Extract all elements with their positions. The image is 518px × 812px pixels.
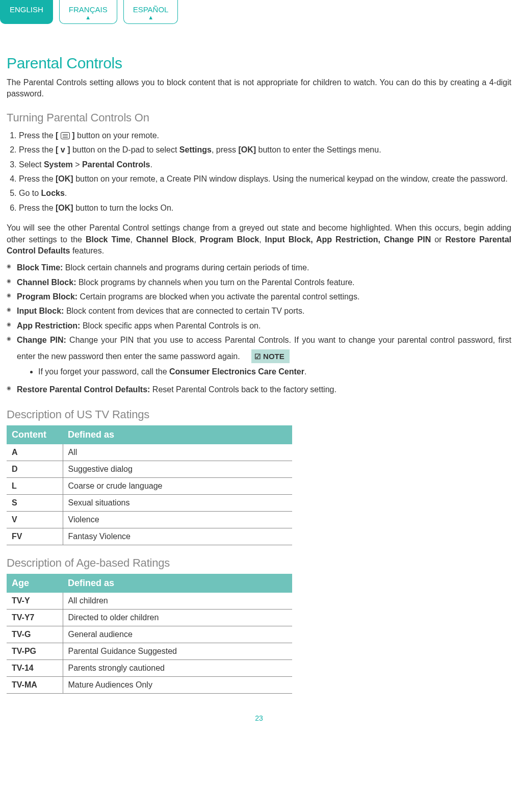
step-5: Go to Locks. [19,186,511,200]
note-box: ☑NOTE [251,349,290,364]
note-check-icon: ☑ [254,352,261,361]
tab-label: ENGLISH [10,5,43,14]
page-number: 23 [7,714,511,722]
table-row: TV-MAMature Audiences Only [7,677,292,694]
table-row: FVFantasy Violence [7,528,292,545]
feature-restore-defaults: Restore Parental Control Defaults: Reset… [7,383,511,397]
table-row: VViolence [7,512,292,528]
page-content: Parental Controls The Parental Controls … [0,24,518,743]
th-age: Age [7,574,63,593]
table-row: AAll [7,444,292,461]
feature-program-block: Program Block: Certain programs are bloc… [7,290,511,304]
page-title: Parental Controls [7,55,511,72]
step-1: Press the [ ] button on your remote. [19,129,511,143]
table-row: SSexual situations [7,495,292,512]
feature-channel-block: Channel Block: Block programs by channel… [7,275,511,290]
table-row: DSuggestive dialog [7,461,292,478]
table-row: TV-YAll children [7,593,292,610]
table-row: TV-PGParental Guidance Suggested [7,643,292,660]
feature-input-block: Input Block: Block content from devices … [7,304,511,318]
note-list: If you forget your password, call the Co… [17,365,511,378]
age-ratings-table: Age Defined as TV-YAll children TV-Y7Dir… [7,574,292,694]
language-tabs: ENGLISH ▲ FRANÇAIS ▲ ESPAÑOL ▲ [0,0,518,24]
feature-app-restriction: App Restriction: Block specific apps whe… [7,319,511,333]
dropdown-arrow-icon: ▲ [69,15,108,20]
table-row: TV-Y7Directed to older children [7,610,292,626]
tab-label: FRANÇAIS [69,5,108,14]
menu-button-icon [61,132,70,139]
dropdown-arrow-icon: ▲ [133,15,169,20]
table-row: LCoarse or crude language [7,478,292,495]
tab-francais[interactable]: FRANÇAIS ▲ [59,0,117,24]
feature-block-time: Block Time: Block certain channels and p… [7,261,511,275]
feature-list: Block Time: Block certain channels and p… [7,261,511,397]
step-3: Select System > Parental Controls. [19,158,511,172]
intro-text: The Parental Controls setting allows you… [7,77,511,100]
th-defined: Defined as [63,574,292,593]
th-defined: Defined as [63,425,292,444]
note-label: NOTE [263,352,284,361]
table-row: TV-14Parents strongly cautioned [7,660,292,677]
section-age-ratings: Description of Age-based Ratings [7,556,511,570]
us-ratings-table: Content Defined as AAll DSuggestive dial… [7,425,292,545]
feature-change-pin: Change PIN: Change your PIN that you use… [7,333,511,382]
tab-espanol[interactable]: ESPAÑOL ▲ [123,0,178,24]
after-steps-text: You will see the other Parental Control … [7,222,511,257]
steps-list: Press the [ ] button on your remote. Pre… [7,129,511,215]
tab-english[interactable]: ENGLISH ▲ [0,0,53,24]
section-us-ratings: Description of US TV Ratings [7,408,511,421]
th-content: Content [7,425,63,444]
step-4: Press the [OK] button on your remote, a … [19,172,511,186]
step-6: Press the [OK] button to turn the locks … [19,201,511,215]
note-item: If you forget your password, call the Co… [38,365,511,378]
section-turning-on: Turning Parental Controls On [7,111,511,124]
tab-label: ESPAÑOL [133,5,169,14]
step-2: Press the [ v ] button on the D-pad to s… [19,143,511,157]
table-row: TV-GGeneral audience [7,626,292,643]
